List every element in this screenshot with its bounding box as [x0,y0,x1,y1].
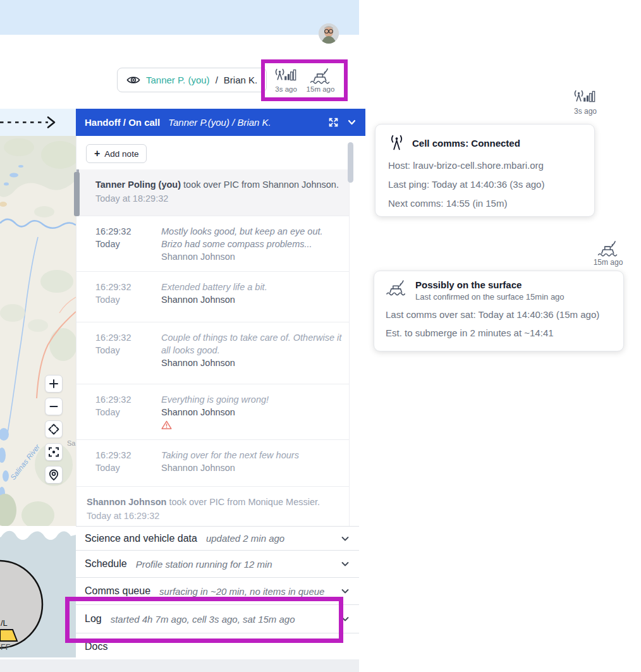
sat-last-comms: Last comms over sat: Today at 14:40:36 (… [386,309,612,320]
note-message: Mostly looks good, but keep an eye out. … [161,225,343,250]
log-scrollbar-thumb[interactable] [348,142,353,183]
pan-move-icon [48,424,59,435]
pill-partner-name: Brian K. [224,75,257,85]
accordion-title: Schedule [85,558,127,570]
plus-icon [48,378,59,389]
map-scrollbar-thumb[interactable] [74,172,80,216]
handoff-entry-text: took over PIC from Shannon Johnson. [181,180,339,190]
cell-tooltip-title: Cell comms: Connected [412,138,520,149]
top-header-bar [0,0,359,35]
map-terrain: Sa Salinas River [0,136,76,534]
handoff-entry-name: Tanner Poling (you) [95,180,181,190]
boat-satellite-icon [386,279,407,296]
cell-next-comms: Next comms: 14:55 (in 15m) [388,198,582,209]
cell-comms-mini-indicator[interactable]: 3s ago [568,89,603,116]
minus-icon [48,401,59,412]
log-entry-handoff-previous[interactable]: Shannon Johnson took over PIC from Moniq… [76,487,349,526]
accordion-title: Comms queue [85,585,150,597]
pan-mode-button[interactable] [45,420,63,438]
note-author: Shannon Johnson [161,250,343,263]
plus-icon: + [94,149,100,159]
note-message: Taking over for the next few hours [161,449,343,461]
cell-last-comms-time: 3s ago [574,107,597,116]
handoff-title: Handoff / On call [85,117,160,128]
cell-comms-status[interactable]: 3s ago [274,68,298,93]
map-controls [45,375,63,484]
location-pin-button[interactable] [45,466,63,484]
cell-host: Host: lrauv-brizo-cell.shore.mbari.org [388,160,582,171]
note-time: 16:29:32 [95,331,161,344]
log-entry-note[interactable]: 16:29:32 Today Couple of things to take … [76,322,349,384]
handoff-names: Tanner P.(you) / Brian K. [168,117,271,128]
cell-tower-icon [573,89,597,106]
handoff-entry-text: took over PIC from Monique Messier. [166,497,320,507]
handoff-entry-time: Today at 16:29:32 [87,510,339,522]
map-city-label: Sa [67,439,76,447]
log-entry-handoff-current[interactable]: Tanner Poling (you) took over PIC from S… [76,169,349,216]
pill-divider: / [216,75,218,85]
handoff-entry-name: Shannon Johnson [87,497,166,507]
center-vehicle-button[interactable] [45,443,63,461]
sat-comms-status[interactable]: 15m ago [307,68,335,93]
location-pin-icon [48,469,59,481]
eye-icon [126,75,140,85]
accordion-schedule[interactable]: Schedule Profile station running for 12 … [76,550,359,577]
comms-status-highlight-box: 3s ago 15m ago [261,59,348,101]
log-accordion-highlight-box [65,597,343,643]
note-day: Today [95,461,161,474]
note-message: Everything is going wrong! [161,393,343,406]
log-entry-note[interactable]: 16:29:32 Today Extended battery life a b… [76,272,349,322]
cell-tower-icon [274,68,298,85]
avatar-image [319,23,339,44]
log-entry-note[interactable]: 16:29:32 Today Mostly looks good, but ke… [76,216,349,272]
log-entries-list: Tanner Poling (you) took over PIC from S… [76,169,350,526]
note-day: Today [95,238,161,250]
note-time: 16:29:32 [95,281,161,293]
note-time: 16:29:32 [95,449,161,461]
zoom-out-button[interactable] [45,398,63,415]
note-author: Shannon Johnson [161,293,343,306]
sat-comms-mini-indicator[interactable]: 15m ago [588,240,628,267]
add-note-label: Add note [104,149,138,159]
note-author: Shannon Johnson [161,461,343,474]
sat-est-submerge: Est. to submerge in 2 minutes at ~14:41 [386,327,612,338]
sat-last-comms-time: 15m ago [594,258,623,267]
cell-last-ping: Last ping: Today at 14:40:36 (3s ago) [388,179,582,190]
center-focus-icon [48,446,59,458]
accordion-subtitle: surfacing in ~20 min, no items in queue [159,586,324,597]
timeline-strip [0,109,76,136]
add-note-button[interactable]: + Add note [86,144,147,163]
pill-observer-name: Tanner P. (you) [146,75,210,85]
on-call-pill[interactable]: Tanner P. (you) / Brian K. [117,68,267,92]
cell-last-comms-time: 3s ago [275,85,297,93]
dashed-arrow-icon [0,109,70,136]
cell-comms-tooltip: Cell comms: Connected Host: lrauv-brizo-… [375,124,595,217]
handoff-log-panel: + Add note Tanner Poling (you) took over… [76,136,359,526]
expand-icon[interactable] [328,117,339,128]
avatar[interactable] [319,23,339,44]
note-day: Today [95,406,161,418]
note-time: 16:29:32 [95,393,161,406]
handoff-panel-header[interactable]: Handoff / On call Tanner P.(you) / Brian… [76,109,365,136]
note-day: Today [95,293,161,306]
log-entry-note[interactable]: 16:29:32 Today Taking over for the next … [76,440,349,487]
accordion-science-data[interactable]: Science and vehicle data updated 2 min a… [76,526,359,550]
note-message: Couple of things to take care of. Otherw… [161,331,343,357]
sat-tooltip-subtitle: Last confirmed on the surface 15min ago [415,292,565,302]
zoom-in-button[interactable] [45,375,63,393]
sat-last-comms-time: 15m ago [307,85,335,93]
accordion-title: Science and vehicle data [85,533,197,544]
note-author: Shannon Johnson [161,357,343,369]
chevron-down-icon[interactable] [347,118,357,127]
sat-comms-tooltip: Possibly on the surface Last confirmed o… [374,271,624,351]
handoff-entry-time: Today at 18:29:32 [95,192,339,205]
vehicle-label-off: FF [1,643,11,652]
note-day: Today [95,344,161,357]
map[interactable]: Sa Salinas River /L FF [0,136,76,657]
note-message: Extended battery life a bit. [161,281,343,293]
vehicle-label-dvl: /L [1,618,8,628]
note-time: 16:29:32 [95,225,161,238]
log-entry-note-warning[interactable]: 16:29:32 Today Everything is going wrong… [76,384,349,440]
vehicle-state-diagram: /L FF [0,526,76,657]
accordion-subtitle: updated 2 min ago [206,533,284,544]
